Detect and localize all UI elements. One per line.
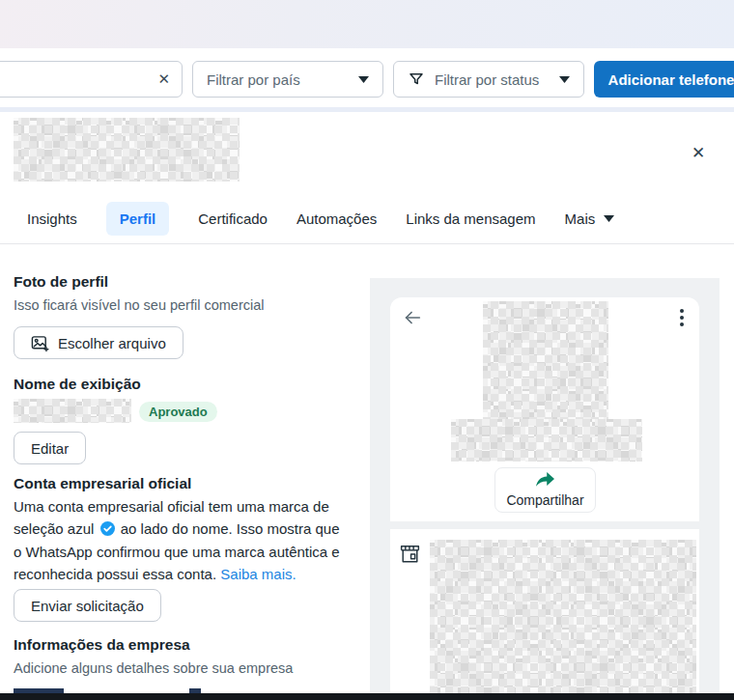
profile-photo-heading: Foto de perfil xyxy=(14,273,108,291)
redacted-display-name xyxy=(14,399,131,423)
edit-button[interactable]: Editar xyxy=(14,432,86,464)
close-panel-button[interactable]: ✕ xyxy=(684,138,713,167)
phone-filter-toolbar: ✕ Filtrar por país Filtrar por status Ad… xyxy=(0,48,734,107)
business-info-heading: Informações da empresa xyxy=(14,636,190,654)
image-plus-icon xyxy=(31,334,49,352)
submit-request-button[interactable]: Enviar solicitação xyxy=(14,589,161,622)
tab-insights[interactable]: Insights xyxy=(27,202,77,236)
share-arrow-icon xyxy=(535,472,555,490)
edit-label: Editar xyxy=(31,440,69,457)
share-label: Compartilhar xyxy=(506,492,583,508)
tabs-divider xyxy=(0,243,734,244)
learn-more-link[interactable]: Saiba mais. xyxy=(220,566,296,582)
tab-certificado[interactable]: Certificado xyxy=(198,202,268,236)
choose-file-button[interactable]: Escolher arquivo xyxy=(14,326,184,359)
redacted-business-title xyxy=(14,118,240,182)
search-field[interactable]: ✕ xyxy=(0,61,183,98)
profile-photo-subtext: Isso ficará visível no seu perfil comerc… xyxy=(14,297,265,313)
business-info-subtext: Adicione alguns detalhes sobre sua empre… xyxy=(14,660,293,676)
toolbar-shadow-divider xyxy=(0,107,734,112)
tab-perfil[interactable]: Perfil xyxy=(106,202,170,236)
profile-tabs: Insights Perfil Certificado Automações L… xyxy=(27,200,614,237)
search-input[interactable] xyxy=(0,71,150,88)
share-button[interactable]: Compartilhar xyxy=(494,467,596,513)
add-phone-button[interactable]: Adicionar telefone xyxy=(594,61,734,98)
page-top-gradient xyxy=(0,0,734,48)
storefront-icon xyxy=(398,542,422,566)
official-account-description: Uma conta empresarial oficial tem uma ma… xyxy=(14,496,344,585)
status-badge-approved: Aprovado xyxy=(139,402,217,422)
filter-funnel-icon xyxy=(408,70,425,88)
chevron-down-icon xyxy=(358,76,369,83)
preview-profile-card: Compartilhar xyxy=(390,297,699,521)
redacted-preview-details xyxy=(430,540,696,694)
country-filter-label: Filtrar por país xyxy=(207,71,300,88)
chevron-down-icon xyxy=(559,76,570,83)
profile-preview-panel: Compartilhar xyxy=(370,278,720,700)
back-arrow-icon xyxy=(402,307,423,328)
kebab-menu-icon xyxy=(680,309,684,326)
official-account-heading: Conta empresarial oficial xyxy=(14,475,191,492)
tab-mais-label: Mais xyxy=(565,210,596,227)
submit-request-label: Enviar solicitação xyxy=(31,598,144,614)
redacted-preview-name xyxy=(451,419,642,462)
preview-info-card xyxy=(390,529,699,700)
display-name-heading: Nome de exibição xyxy=(14,376,141,393)
clear-search-icon[interactable]: ✕ xyxy=(157,70,170,88)
status-filter-dropdown[interactable]: Filtrar por status xyxy=(393,61,584,98)
country-filter-dropdown[interactable]: Filtrar por país xyxy=(192,61,383,98)
verified-badge-icon xyxy=(100,520,115,543)
status-filter-label: Filtrar por status xyxy=(435,71,551,88)
clipped-bottom-element xyxy=(0,693,734,700)
redacted-preview-avatar xyxy=(483,301,608,419)
choose-file-label: Escolher arquivo xyxy=(58,335,166,351)
chevron-down-icon xyxy=(604,215,614,222)
tab-mais[interactable]: Mais xyxy=(565,202,615,236)
tab-links-da-mensagem[interactable]: Links da mensagem xyxy=(406,202,535,236)
tab-automacoes[interactable]: Automações xyxy=(296,202,377,236)
whatsapp-manager-profile-screen: ✕ Filtrar por país Filtrar por status Ad… xyxy=(0,0,734,700)
